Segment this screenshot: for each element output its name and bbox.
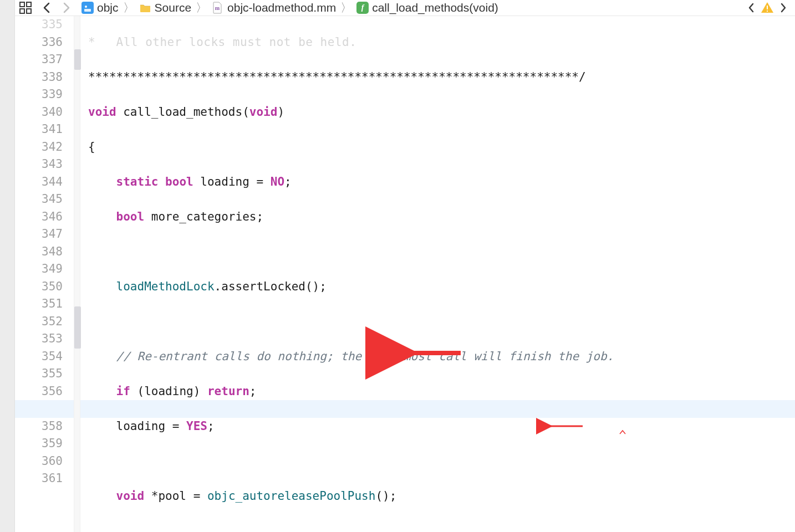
warning-icon[interactable] bbox=[761, 2, 774, 14]
line-number: 349 bbox=[15, 260, 63, 278]
line-number: 348 bbox=[15, 243, 63, 261]
svg-rect-2 bbox=[20, 9, 24, 13]
project-icon bbox=[81, 2, 94, 14]
line-number: 355 bbox=[15, 365, 63, 383]
line-gutter: 335 336 337 338 339 340 341 342 343 344 … bbox=[15, 16, 74, 532]
line-number: 354 bbox=[15, 348, 63, 366]
breadcrumb-sep: 〉 bbox=[339, 0, 353, 16]
next-issue-icon[interactable] bbox=[777, 2, 789, 14]
line-number: 338 bbox=[15, 69, 63, 86]
svg-point-5 bbox=[85, 6, 87, 8]
line-number: 337 bbox=[15, 51, 63, 69]
line-number: 343 bbox=[15, 156, 63, 173]
line-number: 356 bbox=[15, 383, 63, 401]
line-number: 344 bbox=[15, 173, 63, 191]
line-number: 342 bbox=[15, 139, 63, 156]
file-icon: m bbox=[212, 2, 224, 14]
line-number: 341 bbox=[15, 121, 63, 139]
breadcrumb-sep: 〉 bbox=[122, 0, 136, 16]
svg-rect-0 bbox=[20, 2, 24, 7]
line-number: 347 bbox=[15, 226, 63, 243]
breadcrumb-folder[interactable]: Source bbox=[155, 1, 192, 14]
svg-rect-8 bbox=[767, 6, 768, 9]
code-text: ****************************************… bbox=[88, 70, 586, 84]
svg-rect-3 bbox=[27, 9, 31, 13]
left-rail bbox=[0, 0, 15, 532]
nav-back-icon[interactable] bbox=[40, 2, 53, 14]
line-number: 351 bbox=[15, 295, 63, 313]
line-number: 336 bbox=[15, 34, 63, 52]
folder-icon bbox=[139, 2, 151, 14]
line-number: 360 bbox=[15, 453, 63, 470]
fold-ribbon[interactable] bbox=[74, 16, 80, 532]
breadcrumb-project[interactable]: objc bbox=[97, 1, 119, 14]
line-number: 340 bbox=[15, 104, 63, 121]
line-number: 335 bbox=[15, 16, 63, 34]
svg-rect-1 bbox=[27, 2, 31, 7]
breadcrumb-bar: objc 〉 Source 〉 m objc-loadmethod.mm 〉 f… bbox=[15, 0, 795, 16]
function-icon: f bbox=[356, 2, 369, 14]
nav-forward-icon bbox=[60, 2, 73, 14]
code-editor[interactable]: 335 336 337 338 339 340 341 342 343 344 … bbox=[15, 16, 795, 532]
prev-issue-icon[interactable] bbox=[745, 2, 757, 14]
line-number: 346 bbox=[15, 208, 63, 226]
line-number: 361 bbox=[15, 470, 63, 488]
breadcrumb-symbol[interactable]: call_load_methods(void) bbox=[372, 1, 498, 14]
svg-rect-6 bbox=[84, 9, 91, 12]
line-number: 339 bbox=[15, 86, 63, 104]
line-number: 345 bbox=[15, 191, 63, 208]
line-number-current: 357 bbox=[15, 400, 63, 418]
svg-text:m: m bbox=[215, 5, 220, 11]
svg-rect-9 bbox=[767, 11, 768, 12]
breadcrumb-file[interactable]: objc-loadmethod.mm bbox=[227, 1, 336, 14]
line-number: 353 bbox=[15, 330, 63, 348]
code-area[interactable]: * All other locks must not be held. ****… bbox=[80, 16, 795, 532]
line-number: 350 bbox=[15, 278, 63, 296]
line-number: 358 bbox=[15, 418, 63, 436]
line-number: 352 bbox=[15, 313, 63, 331]
breadcrumb-sep: 〉 bbox=[195, 0, 208, 16]
related-items-icon[interactable] bbox=[18, 1, 33, 15]
line-number: 359 bbox=[15, 435, 63, 453]
